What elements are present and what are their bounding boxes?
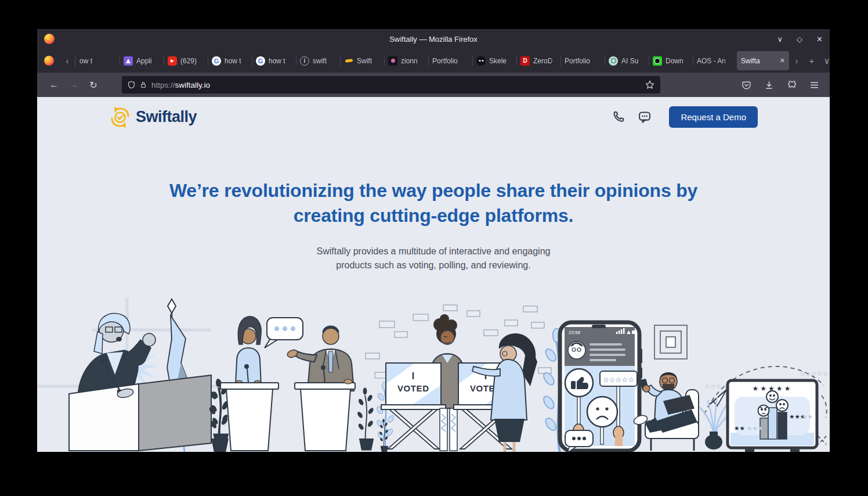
navigation-toolbar: ← → ↻ https://swiftally.io (37, 73, 830, 97)
tab-favicon (300, 56, 309, 66)
request-demo-button[interactable]: Request a Demo (669, 106, 758, 128)
shield-icon[interactable] (128, 81, 135, 89)
tab-favicon (476, 56, 486, 66)
tab-label: zionn (401, 57, 424, 65)
tab[interactable]: Appli (120, 51, 164, 70)
phone-icon[interactable] (612, 110, 625, 123)
tab[interactable]: ow t (75, 51, 120, 70)
tab-label: (629) (180, 57, 204, 65)
menu-hamburger-icon[interactable] (809, 80, 819, 90)
extensions-puzzle-icon[interactable] (787, 80, 797, 90)
tab[interactable]: how t (252, 51, 296, 70)
page-content: Swiftally Request a Demo We’re revolutio… (37, 97, 830, 452)
tab[interactable]: Portfolio (560, 51, 605, 70)
svg-text:★★: ★★ (734, 425, 745, 432)
tab-label: ZeroD (533, 57, 556, 65)
back-icon[interactable]: ← (44, 80, 64, 90)
brand-logo[interactable]: Swiftally (109, 105, 197, 128)
hero-heading: We’re revolutionizing the way people sha… (37, 178, 830, 228)
svg-text:I: I (412, 371, 414, 381)
hero-illustration: I VOTED (37, 298, 830, 452)
results-scene: ☆☆☆☆☆ ☆☆☆☆☆ (700, 366, 828, 452)
tab-label: Down (666, 57, 689, 65)
tab-label: Appli (136, 57, 160, 65)
tab-favicon (212, 56, 221, 66)
hero-section: We’re revolutionizing the way people sha… (37, 178, 830, 228)
tab-label: AI Su (621, 57, 645, 65)
debater-left (236, 317, 261, 385)
tab[interactable]: zionn (384, 51, 428, 70)
svg-text:★★: ★★ (802, 413, 813, 420)
tab[interactable]: ZeroD (516, 51, 560, 70)
debate-scene (210, 317, 395, 451)
tab-label: Swifta (741, 57, 775, 65)
illustration-svg: I VOTED (37, 298, 830, 452)
tab-label: Portfolio (432, 57, 468, 65)
bookmark-star-icon[interactable] (645, 80, 654, 89)
tab-label: how t (225, 57, 248, 65)
list-tabs-icon[interactable]: ∨ (819, 56, 834, 66)
hero-subtext: Swiftally provides a multitude of intera… (37, 245, 830, 272)
tab[interactable]: swift (296, 51, 340, 70)
svg-text:☆☆☆☆☆: ☆☆☆☆☆ (603, 376, 634, 384)
tab[interactable]: (629) (164, 51, 208, 70)
svg-text:★★★: ★★★ (747, 425, 763, 432)
svg-text:VOTED: VOTED (397, 383, 429, 393)
tab[interactable]: Skele (472, 51, 516, 70)
tab-label: Portfolio (565, 57, 601, 65)
tab-active[interactable]: Swifta ✕ (737, 51, 789, 70)
tab[interactable]: Swift (340, 51, 384, 70)
speaker-scene (37, 298, 234, 452)
phone-mockup: 23:58 (560, 322, 642, 452)
tab-label: Skele (489, 57, 512, 65)
speech-bubble (265, 318, 303, 348)
tab-scroll-right-icon[interactable]: › (789, 56, 804, 66)
tab-label: swift (313, 57, 336, 65)
new-tab-icon[interactable]: + (804, 56, 819, 66)
lock-icon (140, 81, 147, 89)
site-header: Swiftally Request a Demo (109, 105, 758, 128)
url-bar[interactable]: https://swiftally.io (122, 76, 660, 94)
tab-favicon (520, 56, 530, 66)
tab[interactable]: AOS - An (693, 51, 737, 70)
close-icon[interactable]: ✕ (816, 35, 823, 44)
tab[interactable]: AI Su (605, 51, 649, 70)
tab[interactable]: Portfolio (428, 51, 472, 70)
man-in-chair (632, 372, 699, 451)
downloads-icon[interactable] (764, 80, 774, 90)
brand-name: Swiftally (136, 108, 197, 126)
tab-bar: ‹ ow t Appli (629) how t how t swift (37, 49, 830, 73)
tab-close-icon[interactable]: ✕ (780, 57, 785, 64)
tab-favicon (124, 56, 133, 66)
chat-icon[interactable] (638, 110, 652, 123)
results-monitor: ★★★★★ (728, 380, 817, 452)
forward-icon[interactable]: → (64, 80, 84, 90)
tab-label: Swift (357, 57, 380, 65)
tab-favicon (388, 56, 397, 66)
window-title: Swiftally — Mozilla Firefox (37, 35, 830, 44)
tab-favicon (653, 56, 662, 66)
voter-legs (440, 408, 457, 451)
tab-label: AOS - An (697, 57, 733, 65)
pocket-icon[interactable] (742, 80, 751, 90)
tab-label: ow t (79, 57, 115, 65)
tab-scroll-left-icon[interactable]: ‹ (60, 56, 75, 66)
reload-icon[interactable]: ↻ (84, 80, 103, 91)
tab[interactable]: how t (208, 51, 252, 70)
firefox-window: Swiftally — Mozilla Firefox ∨ ◇ ✕ ‹ ow t… (37, 29, 830, 452)
firefox-menu-icon[interactable] (44, 56, 54, 66)
minimize-icon[interactable]: ∨ (777, 35, 783, 44)
url-text[interactable]: https://swiftally.io (151, 81, 641, 89)
voting-scene: I VOTED (366, 305, 576, 452)
phone-scene: 23:58 (560, 322, 699, 452)
paper-plane-icon (709, 390, 726, 406)
tab[interactable]: Down (649, 51, 693, 70)
url-host: swiftally.io (175, 81, 211, 89)
tab-favicon (168, 56, 177, 66)
tab-label: how t (269, 57, 292, 65)
tab-favicon (344, 56, 353, 66)
maximize-icon[interactable]: ◇ (797, 35, 802, 44)
tab-favicon (609, 56, 618, 66)
tab-favicon (256, 56, 265, 66)
swiftally-logo-icon (109, 105, 131, 128)
